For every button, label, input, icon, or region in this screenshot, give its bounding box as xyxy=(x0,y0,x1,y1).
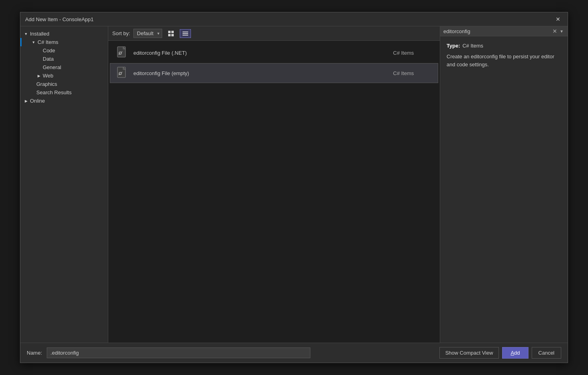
name-label: Name: xyxy=(27,350,42,356)
general-label: General xyxy=(43,64,61,70)
sidebar-item-data[interactable]: Data xyxy=(20,55,108,63)
cancel-button[interactable]: Cancel xyxy=(532,347,561,359)
sort-select-wrapper: Default Name Type xyxy=(133,29,162,38)
type-label: Type: xyxy=(447,43,460,49)
sort-select[interactable]: Default Name Type xyxy=(133,29,162,38)
type-description: Create an editorconfig file to persist y… xyxy=(447,53,561,68)
sidebar-item-general[interactable]: General xyxy=(20,63,108,71)
grid-view-button[interactable] xyxy=(165,29,177,38)
code-label: Code xyxy=(43,48,55,54)
search-results-label: Search Results xyxy=(36,89,72,95)
sidebar-item-graphics[interactable]: Graphics xyxy=(20,80,108,88)
type-row: Type: C# Items xyxy=(447,43,561,49)
sidebar-item-web[interactable]: ▶ Web xyxy=(20,71,108,80)
search-clear-button[interactable]: ✕ xyxy=(551,28,559,34)
item-icon xyxy=(115,66,129,80)
csharp-items-label: C# Items xyxy=(38,39,58,45)
item-icon xyxy=(115,46,129,60)
title-bar: Add New Item - ConsoleApp1 ✕ xyxy=(20,12,568,26)
dialog-title: Add New Item - ConsoleApp1 xyxy=(25,16,93,22)
show-compact-view-button[interactable]: Show Compact View xyxy=(439,347,499,359)
sort-by-label: Sort by: xyxy=(112,30,130,36)
toolbar: Sort by: Default Name Type xyxy=(108,26,440,41)
right-panel: ✕ ▼ Type: C# Items Create an editorconfi… xyxy=(440,26,568,343)
grid-icon xyxy=(168,31,174,36)
item-name: editorconfig File (.NET) xyxy=(133,50,393,56)
type-value: C# Items xyxy=(463,43,483,49)
list-icon xyxy=(183,31,188,36)
search-input[interactable] xyxy=(443,28,551,34)
installed-arrow-icon: ▼ xyxy=(24,32,28,36)
add-button[interactable]: Add xyxy=(502,347,528,359)
main-content: ▼ Installed ▼ C# Items Code Data General… xyxy=(20,26,568,343)
bottom-bar: Name: Show Compact View Add Cancel xyxy=(20,343,568,363)
search-bar: ✕ ▼ xyxy=(440,26,568,36)
info-panel: Type: C# Items Create an editorconfig fi… xyxy=(440,36,568,343)
bottom-actions: Show Compact View Add Cancel xyxy=(439,347,561,359)
search-dropdown-button[interactable]: ▼ xyxy=(559,29,564,34)
online-arrow-icon: ▶ xyxy=(24,99,28,103)
sidebar-item-csharp-items[interactable]: ▼ C# Items xyxy=(20,38,108,46)
table-row[interactable]: editorconfig File (.NET) C# Items xyxy=(110,43,438,63)
item-name: editorconfig File (empty) xyxy=(133,70,393,76)
list-view-button[interactable] xyxy=(180,29,191,38)
item-category: C# Items xyxy=(393,50,433,56)
data-label: Data xyxy=(43,56,54,62)
name-input[interactable] xyxy=(47,347,310,358)
add-new-item-dialog: Add New Item - ConsoleApp1 ✕ ▼ Installed… xyxy=(20,12,568,363)
web-arrow-icon: ▶ xyxy=(36,74,41,78)
items-list: editorconfig File (.NET) C# Items edit xyxy=(108,41,440,343)
center-panel: Sort by: Default Name Type xyxy=(108,26,440,343)
table-row[interactable]: editorconfig File (empty) C# Items xyxy=(110,63,438,83)
item-category: C# Items xyxy=(393,70,433,76)
sidebar: ▼ Installed ▼ C# Items Code Data General… xyxy=(20,26,108,343)
sidebar-item-installed[interactable]: ▼ Installed xyxy=(20,30,108,38)
close-button[interactable]: ✕ xyxy=(553,16,563,23)
graphics-label: Graphics xyxy=(36,81,57,87)
sidebar-item-code[interactable]: Code xyxy=(20,46,108,55)
sidebar-item-search-results[interactable]: Search Results xyxy=(20,88,108,97)
online-label: Online xyxy=(30,98,45,104)
web-label: Web xyxy=(43,73,54,79)
installed-label: Installed xyxy=(30,31,49,37)
csharp-items-arrow-icon: ▼ xyxy=(31,40,36,44)
sidebar-item-online[interactable]: ▶ Online xyxy=(20,97,108,105)
